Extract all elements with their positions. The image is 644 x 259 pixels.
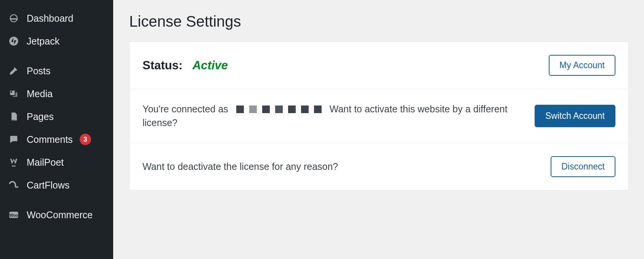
- sidebar-item-dashboard[interactable]: Dashboard: [0, 7, 113, 30]
- sidebar-item-label: Pages: [27, 111, 54, 122]
- sidebar-item-label: Media: [27, 88, 53, 99]
- sidebar-item-cartflows[interactable]: CartFlows: [0, 174, 113, 197]
- connected-prefix: You're connected as: [143, 104, 228, 114]
- pages-icon: [8, 110, 20, 123]
- sidebar-item-pages[interactable]: Pages: [0, 105, 113, 128]
- svg-point-0: [9, 37, 18, 45]
- svg-text:Woo: Woo: [10, 213, 18, 217]
- sidebar-item-woocommerce[interactable]: Woo WooCommerce: [0, 203, 113, 226]
- jetpack-icon: [8, 35, 20, 47]
- deactivate-text: Want to deactivate the license for any r…: [143, 160, 338, 173]
- masked-username: [236, 106, 322, 113]
- sidebar-item-label: Posts: [27, 66, 51, 77]
- comments-badge: 3: [80, 134, 91, 145]
- sidebar-item-label: WooCommerce: [27, 209, 93, 221]
- sidebar-item-comments[interactable]: Comments 3: [0, 128, 113, 151]
- media-icon: [8, 88, 20, 100]
- sidebar-item-mailpoet[interactable]: MailPoet: [0, 151, 113, 174]
- status-label: Status:: [143, 59, 183, 72]
- sidebar-item-label: Comments: [27, 134, 73, 145]
- connected-text: You're connected as Want to activate thi…: [143, 102, 516, 130]
- status-row: Status: Active My Account: [130, 42, 628, 89]
- sidebar-item-media[interactable]: Media: [0, 82, 113, 105]
- license-panel: Status: Active My Account You're connect…: [129, 42, 629, 190]
- posts-icon: [8, 65, 20, 77]
- sidebar-item-label: Jetpack: [27, 36, 59, 47]
- connected-row: You're connected as Want to activate thi…: [130, 89, 628, 143]
- comments-icon: [8, 133, 20, 145]
- deactivate-row: Want to deactivate the license for any r…: [130, 143, 628, 190]
- cartflows-icon: [8, 179, 20, 191]
- sidebar-item-label: MailPoet: [27, 157, 64, 168]
- sidebar-item-label: CartFlows: [27, 180, 70, 191]
- sidebar-item-jetpack[interactable]: Jetpack: [0, 30, 113, 53]
- admin-sidebar: Dashboard Jetpack Posts Media Page: [0, 0, 113, 259]
- main-content: License Settings Status: Active My Accou…: [113, 0, 644, 259]
- page-title: License Settings: [129, 13, 629, 30]
- sidebar-item-label: Dashboard: [27, 13, 73, 24]
- my-account-button[interactable]: My Account: [549, 55, 615, 76]
- dashboard-icon: [8, 12, 20, 24]
- mailpoet-icon: [8, 156, 20, 168]
- woocommerce-icon: Woo: [8, 209, 20, 221]
- sidebar-item-posts[interactable]: Posts: [0, 59, 113, 82]
- status-text: Status: Active: [143, 59, 228, 72]
- switch-account-button[interactable]: Switch Account: [535, 105, 615, 127]
- status-value: Active: [192, 59, 228, 72]
- disconnect-button[interactable]: Disconnect: [551, 156, 615, 177]
